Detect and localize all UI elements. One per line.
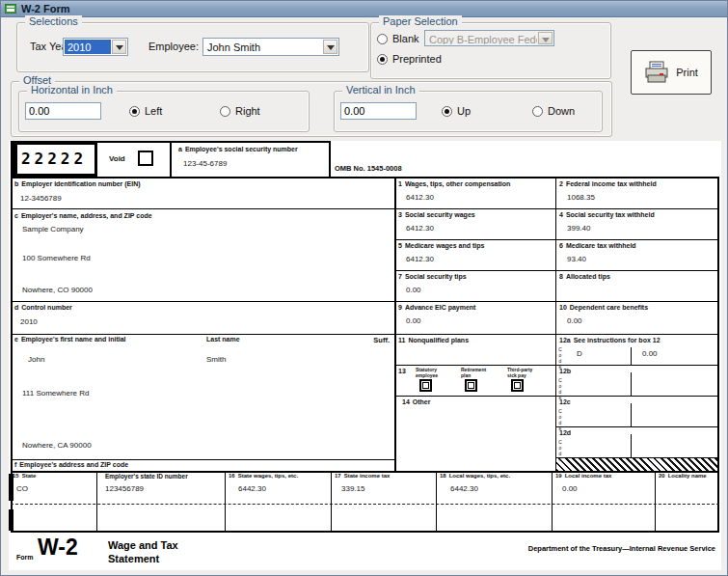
left-radio-label[interactable]: Left	[145, 105, 162, 117]
w2-form-window: W-2 Form Selections Tax Year 2010 Employ…	[0, 0, 728, 576]
preprinted-radio-label[interactable]: Preprinted	[392, 53, 442, 65]
divider-line	[655, 471, 656, 531]
horizontal-offset-input[interactable]	[25, 102, 101, 120]
box-d-label: Control number	[21, 304, 72, 311]
box3-value: 6412.30	[406, 224, 434, 233]
divider-line	[394, 270, 719, 271]
tax-year-dropdown-icon[interactable]	[112, 40, 126, 54]
paper-selection-legend: Paper Selection	[379, 15, 462, 27]
box7-value: 0.00	[406, 286, 421, 294]
box16-number: 16	[229, 473, 235, 479]
down-radio-label[interactable]: Down	[548, 105, 575, 117]
box5-label: Medicare wages and tips	[405, 242, 484, 249]
box-b-label: Employer identification number (EIN)	[21, 180, 140, 187]
box12a-code-word: Code	[557, 346, 563, 370]
box8-number: 8	[559, 273, 563, 280]
title-bar[interactable]: W-2 Form	[1, 1, 727, 17]
box6-value: 93.40	[567, 255, 586, 263]
blank-radio-label[interactable]: Blank	[392, 33, 419, 44]
employee-label: Employee:	[148, 41, 199, 52]
employee-first-name: John	[28, 355, 44, 364]
copy-type-combobox[interactable]: Copy B-Employee Federal	[424, 30, 554, 46]
divider-line	[225, 471, 226, 531]
divider-line	[96, 471, 97, 531]
blank-radio[interactable]	[377, 34, 388, 44]
box-c-label: Employer's name, address, and ZIP code	[21, 212, 152, 219]
selections-legend: Selections	[25, 15, 82, 27]
local-tax-value: 0.00	[562, 484, 578, 493]
tax-year-combobox[interactable]: 2010	[63, 38, 128, 56]
preprinted-radio[interactable]	[377, 54, 388, 65]
box17-label: State income tax	[344, 473, 391, 479]
print-alignment-mark	[9, 509, 13, 531]
box4-number: 4	[559, 211, 563, 218]
box7-label: Social security tips	[405, 273, 467, 280]
box12c-code-word: Code	[557, 408, 563, 431]
divider-line	[631, 434, 632, 457]
treasury-department-text: Department of the Treasury—Internal Reve…	[414, 544, 715, 553]
box12b-number: 12b	[559, 368, 571, 374]
hatched-area	[556, 458, 717, 471]
tax-year-value: 2010	[65, 40, 111, 54]
down-radio[interactable]	[532, 106, 543, 117]
statutory-employee-checkbox	[419, 379, 432, 392]
box14-label: Other	[413, 398, 431, 405]
divider-line	[394, 239, 719, 240]
ein-value: 12-3456789	[20, 194, 62, 203]
box2-number: 2	[559, 180, 563, 187]
dashed-divider	[11, 504, 719, 505]
vertical-offset-input[interactable]	[340, 102, 417, 120]
printer-icon	[644, 61, 669, 84]
app-icon	[5, 4, 16, 14]
box5-number: 5	[398, 242, 402, 249]
copy-type-dropdown-icon	[538, 32, 553, 44]
employer-name: Sample Company	[22, 225, 84, 233]
employee-combobox[interactable]: John Smith	[202, 38, 339, 56]
up-radio-label[interactable]: Up	[457, 105, 471, 117]
window-title: W-2 Form	[21, 3, 70, 14]
divider-line	[631, 403, 632, 426]
horizontal-offset-legend: Horizontal in Inch	[27, 84, 117, 96]
employee-value: John Smith	[204, 40, 322, 54]
box-f-letter: f	[14, 461, 16, 468]
box9-value: 0.00	[406, 316, 421, 325]
box18-label: Local wages, tips, etc.	[449, 473, 510, 479]
employee-street: 111 Somewhere Rd	[22, 389, 90, 398]
employee-dropdown-icon[interactable]	[323, 40, 337, 54]
divider-line	[170, 141, 172, 178]
box19-label: Local income tax	[565, 473, 612, 479]
box12d-number: 12d	[559, 429, 571, 436]
up-radio[interactable]	[442, 106, 452, 117]
state-id-label: Employer's state ID number	[105, 473, 188, 480]
box19-number: 19	[555, 473, 562, 479]
right-radio-label[interactable]: Right	[235, 105, 260, 117]
left-radio[interactable]	[129, 106, 140, 117]
third-party-sick-pay-checkbox	[511, 379, 524, 392]
employer-street: 100 Somewhere Rd	[22, 254, 91, 262]
state-value: CO	[16, 484, 28, 493]
last-name-label: Last name	[206, 336, 240, 343]
box-a-letter: a	[178, 146, 182, 152]
box13-number: 13	[398, 368, 406, 374]
box18-number: 18	[440, 473, 446, 479]
box8-label: Allocated tips	[566, 273, 610, 280]
divider-line	[11, 459, 394, 460]
divider-line	[11, 531, 719, 533]
box-b-letter: b	[14, 180, 18, 187]
box-e-letter: e	[14, 336, 18, 343]
state-id-value: 123456789	[105, 484, 144, 493]
form-number: W-2	[38, 535, 78, 561]
void-label: Void	[109, 154, 125, 163]
divider-line	[329, 141, 331, 178]
box-c-letter: c	[14, 212, 18, 219]
print-button[interactable]: Print	[631, 50, 712, 95]
box-f-label: Employee's address and ZIP code	[19, 461, 128, 468]
right-radio[interactable]	[220, 106, 230, 117]
divider-line	[552, 471, 553, 531]
w2-form-preview: 22222 Void aEmployee's social security n…	[9, 141, 721, 570]
suffix-label: Suff.	[351, 336, 390, 344]
state-wages-value: 6442.30	[238, 484, 266, 493]
box9-number: 9	[398, 304, 402, 311]
box11-label: Nonqualified plans	[408, 337, 469, 343]
box9-label: Advance EIC payment	[405, 304, 476, 311]
